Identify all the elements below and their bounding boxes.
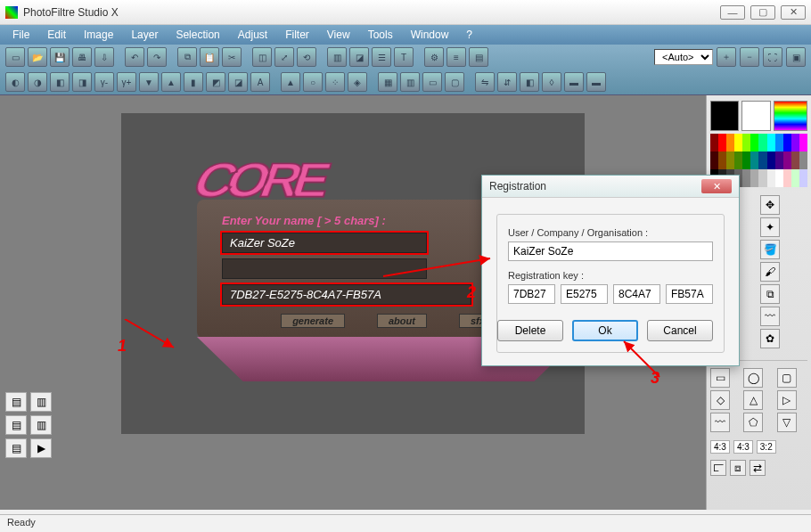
key-input-4[interactable] bbox=[666, 284, 713, 304]
perspective-icon[interactable]: ◊ bbox=[542, 72, 561, 92]
shape-ellipse-icon[interactable]: ◯ bbox=[743, 368, 763, 388]
new-icon[interactable]: ▭ bbox=[5, 47, 25, 67]
delete-button[interactable]: Delete bbox=[497, 320, 563, 341]
variations-icon[interactable]: ▦ bbox=[378, 72, 397, 92]
close-button[interactable]: ✕ bbox=[781, 5, 806, 20]
shape-poly-icon[interactable]: ⬠ bbox=[743, 413, 763, 432]
blur-icon[interactable]: ○ bbox=[303, 72, 323, 92]
menu-edit[interactable]: Edit bbox=[38, 27, 75, 43]
about-button[interactable]: about bbox=[377, 314, 427, 328]
shape-diamond-icon[interactable]: ◇ bbox=[710, 390, 730, 410]
grayscale-icon[interactable]: ◩ bbox=[206, 72, 225, 92]
zoom-out-icon[interactable]: － bbox=[740, 47, 759, 67]
shadow-icon[interactable]: ▬ bbox=[564, 72, 584, 92]
move-tool-icon[interactable]: ✥ bbox=[760, 195, 780, 215]
layer-play-icon[interactable]: ▶ bbox=[30, 438, 52, 458]
ratio-presets[interactable]: 4:3 4:3 3:2 bbox=[710, 440, 807, 454]
border-icon[interactable]: ▭ bbox=[422, 72, 442, 92]
saturation-minus-icon[interactable]: ▼ bbox=[139, 72, 159, 92]
ok-button[interactable]: Ok bbox=[572, 320, 638, 341]
ratio-1[interactable]: 4:3 bbox=[710, 440, 730, 454]
emboss-icon[interactable]: ◈ bbox=[348, 72, 367, 92]
sharpen-icon[interactable]: ▲ bbox=[281, 72, 300, 92]
menu-window[interactable]: Window bbox=[402, 27, 458, 43]
foreground-color[interactable] bbox=[710, 101, 739, 131]
ratio-3[interactable]: 3:2 bbox=[757, 440, 776, 454]
shape-triangle-icon[interactable]: △ bbox=[743, 390, 763, 410]
crop-tool-icon[interactable]: ⧈ bbox=[730, 460, 746, 476]
gradient-icon[interactable]: ▬ bbox=[586, 72, 606, 92]
cut-icon[interactable]: ✂ bbox=[222, 47, 242, 67]
ratio-2[interactable]: 4:3 bbox=[733, 440, 753, 454]
shape-rect-icon[interactable]: ▭ bbox=[710, 368, 730, 388]
swap-tool-icon[interactable]: ⇄ bbox=[750, 460, 766, 476]
noise-icon[interactable]: ⁘ bbox=[325, 72, 345, 92]
flip-v-icon[interactable]: ⇵ bbox=[497, 72, 517, 92]
brightness-plus-icon[interactable]: ◑ bbox=[28, 72, 47, 92]
explorer-icon[interactable]: ▤ bbox=[469, 47, 488, 67]
zoom-in-icon[interactable]: ＋ bbox=[717, 47, 736, 67]
menu-file[interactable]: File bbox=[4, 27, 38, 43]
shape-roundrect-icon[interactable]: ▢ bbox=[777, 368, 797, 388]
wand-tool-icon[interactable]: ✦ bbox=[760, 217, 780, 237]
fill-tool-icon[interactable]: 🪣 bbox=[760, 240, 780, 259]
background-color[interactable] bbox=[741, 101, 770, 131]
menu-adjust[interactable]: Adjust bbox=[229, 27, 276, 43]
shape-triangle-r-icon[interactable]: ▷ bbox=[777, 390, 797, 410]
contrast-plus-icon[interactable]: ◨ bbox=[72, 72, 92, 92]
resize-icon[interactable]: ⤢ bbox=[274, 47, 294, 67]
stamp-tool-icon[interactable]: ⧉ bbox=[760, 284, 780, 304]
zoom-select[interactable]: <Auto> bbox=[654, 49, 713, 65]
auto-icon[interactable]: A bbox=[250, 72, 270, 92]
brush-tool-icon[interactable]: 🖌 bbox=[760, 262, 780, 282]
gamma-minus-icon[interactable]: γ- bbox=[94, 72, 114, 92]
align-tool-icon[interactable]: ⫍ bbox=[710, 460, 726, 476]
save-icon[interactable]: 💾 bbox=[50, 47, 70, 67]
transparency-icon[interactable]: ◪ bbox=[349, 47, 369, 67]
saturation-plus-icon[interactable]: ▲ bbox=[161, 72, 181, 92]
cancel-button[interactable]: Cancel bbox=[647, 320, 713, 341]
retouch-tool-icon[interactable]: ✿ bbox=[760, 329, 780, 348]
rgb-split-icon[interactable]: ▥ bbox=[327, 47, 347, 67]
minimize-button[interactable]: — bbox=[720, 5, 745, 20]
generate-button[interactable]: generate bbox=[281, 314, 345, 328]
batch-icon[interactable]: ⚙ bbox=[424, 47, 444, 67]
layer-add-icon[interactable]: ▤ bbox=[5, 392, 27, 412]
grid-icon[interactable]: ▥ bbox=[400, 72, 420, 92]
flip-h-icon[interactable]: ⇋ bbox=[475, 72, 495, 92]
user-input[interactable] bbox=[508, 241, 713, 261]
shape-lasso-icon[interactable]: 〰 bbox=[710, 413, 730, 432]
maximize-button[interactable]: ▢ bbox=[750, 5, 775, 20]
dialog-close-icon[interactable]: ✕ bbox=[701, 179, 732, 193]
frame-icon[interactable]: ▢ bbox=[445, 72, 464, 92]
menu-selection[interactable]: Selection bbox=[167, 27, 228, 43]
mirror-icon[interactable]: ◧ bbox=[520, 72, 539, 92]
menu-filter[interactable]: Filter bbox=[276, 27, 318, 43]
fullscreen-icon[interactable]: ⛶ bbox=[763, 47, 782, 67]
menu-view[interactable]: View bbox=[318, 27, 359, 43]
menu-image[interactable]: Image bbox=[75, 27, 122, 43]
open-icon[interactable]: 📂 bbox=[28, 47, 47, 67]
gamma-plus-icon[interactable]: γ+ bbox=[117, 72, 136, 92]
layer-up-icon[interactable]: ▥ bbox=[30, 415, 52, 435]
scan-icon[interactable]: ⇩ bbox=[94, 47, 114, 67]
text-icon[interactable]: T bbox=[394, 47, 414, 67]
plugin-icon[interactable]: ≡ bbox=[446, 47, 466, 67]
key-input-1[interactable] bbox=[508, 284, 555, 304]
color-spectrum[interactable] bbox=[774, 101, 807, 131]
key-input-2[interactable] bbox=[561, 284, 608, 304]
redo-icon[interactable]: ↷ bbox=[147, 47, 167, 67]
brightness-minus-icon[interactable]: ◐ bbox=[5, 72, 25, 92]
paste-icon[interactable]: 📋 bbox=[200, 47, 219, 67]
keygen-serial-input[interactable]: 7DB27-E5275-8C4A7-FB57A bbox=[222, 284, 471, 305]
copy-icon[interactable]: ⧉ bbox=[177, 47, 197, 67]
shape-star-icon[interactable]: ▽ bbox=[777, 413, 797, 432]
sepia-icon[interactable]: ◪ bbox=[228, 72, 248, 92]
smudge-tool-icon[interactable]: 〰 bbox=[760, 307, 780, 326]
menu-help[interactable]: ? bbox=[457, 27, 481, 43]
undo-icon[interactable]: ↶ bbox=[125, 47, 144, 67]
fit-icon[interactable]: ▣ bbox=[786, 47, 806, 67]
layers-icon[interactable]: ☰ bbox=[372, 47, 391, 67]
print-icon[interactable]: 🖶 bbox=[72, 47, 92, 67]
histogram-icon[interactable]: ▮ bbox=[184, 72, 203, 92]
